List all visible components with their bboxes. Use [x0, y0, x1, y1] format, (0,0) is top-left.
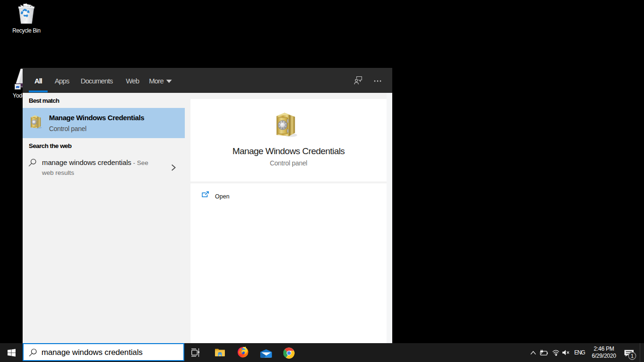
svg-text:1: 1 [631, 353, 634, 359]
